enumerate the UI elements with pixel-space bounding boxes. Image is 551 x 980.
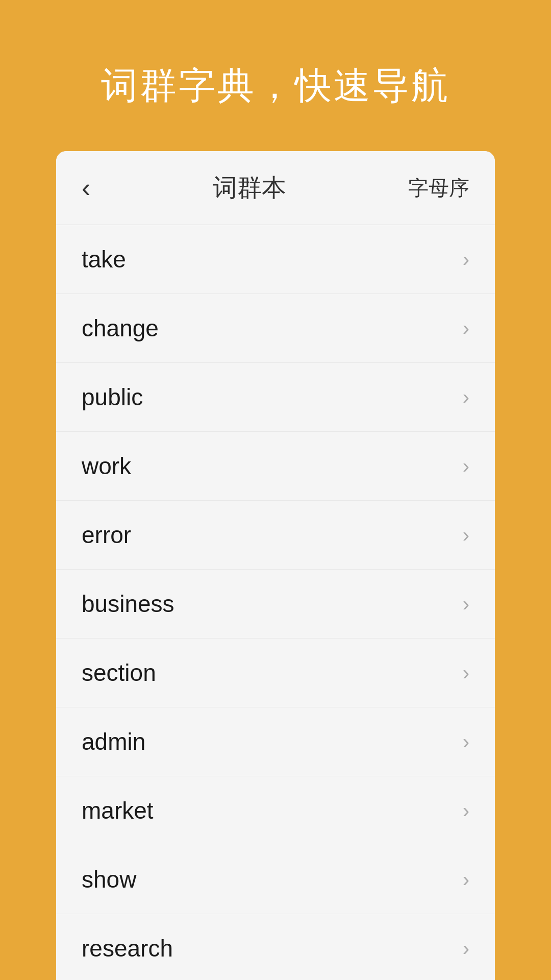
- item-label: show: [82, 866, 136, 893]
- chevron-right-icon: ›: [463, 938, 469, 959]
- list-item[interactable]: market›: [56, 776, 495, 845]
- list-item[interactable]: change›: [56, 294, 495, 363]
- list-item[interactable]: show›: [56, 845, 495, 914]
- chevron-right-icon: ›: [463, 387, 469, 407]
- item-label: market: [82, 797, 154, 824]
- list-item[interactable]: work›: [56, 432, 495, 501]
- item-label: take: [82, 246, 126, 273]
- item-label: error: [82, 521, 131, 549]
- item-label: work: [82, 452, 131, 480]
- page-title: 词群字典，快速导航: [101, 61, 450, 110]
- item-label: public: [82, 383, 143, 411]
- card-header: ‹ 词群本 字母序: [56, 151, 495, 225]
- back-button[interactable]: ‹: [82, 175, 90, 201]
- item-label: admin: [82, 728, 145, 755]
- word-list: take›change›public›work›error›business›s…: [56, 225, 495, 980]
- list-item[interactable]: public›: [56, 363, 495, 432]
- item-label: section: [82, 659, 156, 687]
- list-item[interactable]: admin›: [56, 707, 495, 776]
- list-item[interactable]: research›: [56, 914, 495, 980]
- list-item[interactable]: business›: [56, 570, 495, 639]
- word-list-card: ‹ 词群本 字母序 take›change›public›work›error›…: [56, 151, 495, 980]
- chevron-right-icon: ›: [463, 594, 469, 614]
- chevron-right-icon: ›: [463, 249, 469, 270]
- chevron-right-icon: ›: [463, 869, 469, 890]
- chevron-right-icon: ›: [463, 525, 469, 545]
- list-item[interactable]: take›: [56, 225, 495, 294]
- chevron-right-icon: ›: [463, 663, 469, 683]
- list-item[interactable]: error›: [56, 501, 495, 570]
- chevron-right-icon: ›: [463, 800, 469, 821]
- item-label: change: [82, 314, 159, 342]
- item-label: research: [82, 935, 173, 962]
- chevron-right-icon: ›: [463, 456, 469, 476]
- card-title: 词群本: [213, 172, 286, 204]
- sort-label[interactable]: 字母序: [408, 174, 469, 202]
- list-item[interactable]: section›: [56, 639, 495, 707]
- chevron-right-icon: ›: [463, 731, 469, 752]
- item-label: business: [82, 590, 174, 618]
- chevron-right-icon: ›: [463, 318, 469, 338]
